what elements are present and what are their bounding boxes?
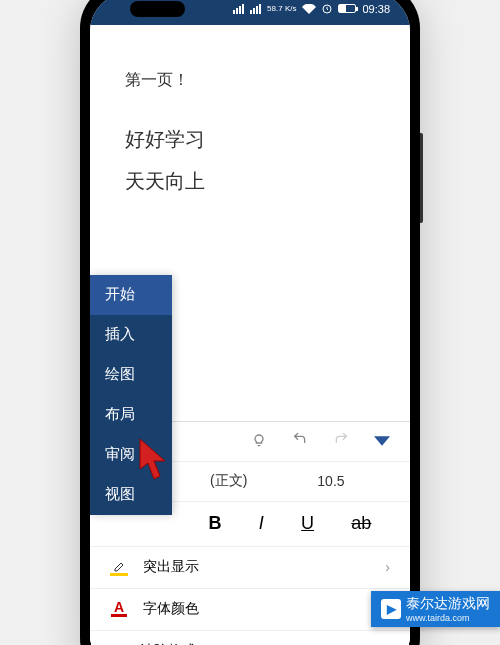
chevron-right-icon: › bbox=[385, 559, 390, 575]
screen: 58.7 K/s 09:38 第一页！ 好好学习 天天向上 (正文) 10.5 bbox=[90, 0, 410, 645]
camera-cutout bbox=[130, 1, 185, 17]
network-speed: 58.7 K/s bbox=[267, 5, 296, 13]
doc-text-line: 第一页！ bbox=[125, 70, 375, 91]
underline-button[interactable]: U bbox=[301, 513, 314, 534]
watermark-icon: ▶ bbox=[381, 599, 401, 619]
alarm-icon bbox=[322, 4, 332, 14]
status-time: 09:38 bbox=[362, 3, 390, 15]
font-name: (正文) bbox=[210, 472, 247, 490]
undo-icon[interactable] bbox=[292, 433, 308, 449]
volume-button bbox=[420, 133, 423, 223]
tab-insert[interactable]: 插入 bbox=[90, 315, 172, 355]
highlight-row[interactable]: 突出显示 › bbox=[90, 547, 410, 589]
phone-frame: 58.7 K/s 09:38 第一页！ 好好学习 天天向上 (正文) 10.5 bbox=[80, 0, 420, 645]
watermark-url: www.tairda.com bbox=[406, 613, 490, 623]
watermark-text: 泰尔达游戏网 bbox=[406, 595, 490, 613]
strikethrough-button[interactable]: ab bbox=[351, 513, 371, 534]
tips-icon[interactable] bbox=[251, 433, 267, 449]
doc-text-line: 天天向上 bbox=[125, 168, 375, 195]
italic-button[interactable]: I bbox=[259, 513, 264, 534]
dropdown-icon[interactable] bbox=[374, 433, 390, 449]
fontcolor-row[interactable]: A 字体颜色 › bbox=[90, 589, 410, 631]
highlight-icon bbox=[110, 558, 128, 576]
highlight-label: 突出显示 bbox=[143, 558, 199, 576]
fontcolor-label: 字体颜色 bbox=[143, 600, 199, 618]
tab-home[interactable]: 开始 bbox=[90, 275, 172, 315]
wifi-icon bbox=[302, 4, 316, 14]
fontcolor-icon: A bbox=[110, 600, 128, 618]
bold-button[interactable]: B bbox=[209, 513, 222, 534]
clearformat-icon: A◊ bbox=[110, 642, 125, 645]
cursor-pointer-icon bbox=[135, 439, 173, 488]
doc-text-line: 好好学习 bbox=[125, 126, 375, 153]
signal-icon-2 bbox=[250, 4, 261, 14]
watermark: ▶ 泰尔达游戏网 www.tairda.com bbox=[371, 591, 500, 627]
clearformat-row[interactable]: A◊ 清除格式 bbox=[90, 631, 410, 646]
redo-icon[interactable] bbox=[333, 433, 349, 449]
signal-icon bbox=[233, 4, 244, 14]
tab-draw[interactable]: 绘图 bbox=[90, 355, 172, 395]
battery-icon bbox=[338, 4, 356, 13]
tab-layout[interactable]: 布局 bbox=[90, 395, 172, 435]
font-size: 10.5 bbox=[317, 473, 344, 489]
